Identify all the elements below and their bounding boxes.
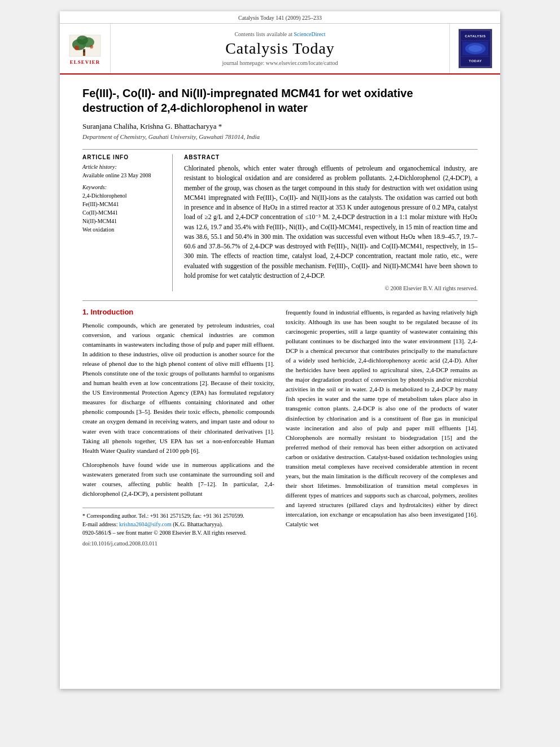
badge-graphic: CATALYSIS TODAY xyxy=(459,29,492,68)
elsevier-tree-icon xyxy=(67,32,103,59)
intro-paragraph-2: Chlorophenols have found wide use in num… xyxy=(82,460,274,499)
journal-citation: Catalysis Today 141 (2009) 225–233 xyxy=(238,15,322,21)
catalysis-today-badge: CATALYSIS TODAY xyxy=(458,29,492,68)
academic-paper-page: Catalysis Today 141 (2009) 225–233 ELSEV… xyxy=(60,11,500,689)
info-abstract-section: ARTICLE INFO Article history: Available … xyxy=(82,154,478,291)
sciencedirect-info: Contents lists available at ScienceDirec… xyxy=(234,31,325,37)
copyright-line: © 2008 Elsevier B.V. All rights reserved… xyxy=(184,285,478,291)
right-paragraph-1: frequently found in industrial effluents… xyxy=(286,308,478,529)
history-label: Article history: xyxy=(82,164,165,170)
keywords-list: 2,4-Dichlorophenol Fe(III)-MCM41 Co(II)-… xyxy=(82,191,165,234)
sciencedirect-link[interactable]: ScienceDirect xyxy=(294,31,325,37)
journal-title: Catalysis Today xyxy=(225,40,335,58)
abstract-text: Chlorinated phenols, which enter water t… xyxy=(184,164,478,281)
keyword-2: Fe(III)-MCM41 xyxy=(82,200,165,208)
available-online: Available online 23 May 2008 xyxy=(82,171,165,180)
right-body-column: frequently found in industrial effluents… xyxy=(286,308,478,548)
svg-point-6 xyxy=(90,45,93,49)
article-authors: Suranjana Chaliha, Krishna G. Bhattachar… xyxy=(82,122,478,131)
introduction-heading: 1. Introduction xyxy=(82,308,274,316)
corresponding-author-note: * Corresponding author. Tel.: +91 361 25… xyxy=(82,512,274,520)
keyword-1: 2,4-Dichlorophenol xyxy=(82,191,165,200)
keyword-5: Wet oxidation xyxy=(82,225,165,234)
body-columns: 1. Introduction Phenolic compounds, whic… xyxy=(82,308,478,548)
article-affiliation: Department of Chemistry, Gauhati Univers… xyxy=(82,133,478,140)
svg-point-4 xyxy=(77,36,88,45)
abstract-label: ABSTRACT xyxy=(184,154,478,160)
issn-line: 0920-5861/$ – see front matter © 2008 El… xyxy=(82,528,274,537)
svg-point-7 xyxy=(83,50,85,53)
divider-before-intro xyxy=(82,300,478,301)
journal-badge-area: CATALYSIS TODAY xyxy=(449,24,500,73)
intro-paragraph-1: Phenolic compounds, which are generated … xyxy=(82,321,274,456)
article-info-column: ARTICLE INFO Article history: Available … xyxy=(82,154,173,291)
doi-line: doi:10.1016/j.cattod.2008.03.011 xyxy=(82,539,274,548)
svg-point-15 xyxy=(469,45,482,52)
elsevier-wordmark: ELSEVIER xyxy=(70,59,100,65)
svg-text:CATALYSIS: CATALYSIS xyxy=(465,34,485,38)
keywords-label: Keywords: xyxy=(82,184,165,190)
article-history-section: Article history: Available online 23 May… xyxy=(82,164,165,180)
page-header: Catalysis Today 141 (2009) 225–233 xyxy=(60,11,500,24)
keyword-3: Co(II)-MCM41 xyxy=(82,208,165,217)
footnote-area: * Corresponding author. Tel.: +91 361 25… xyxy=(82,508,274,548)
abstract-column: ABSTRACT Chlorinated phenols, which ente… xyxy=(184,154,478,291)
journal-homepage: journal homepage: www.elsevier.com/locat… xyxy=(222,60,338,66)
keyword-4: Ni(II)-MCM41 xyxy=(82,217,165,225)
email-line: E-mail address: krishna2604@sify.com (K.… xyxy=(82,520,274,528)
journal-title-area: Contents lists available at ScienceDirec… xyxy=(111,24,449,73)
article-body: Fe(III)-, Co(II)- and Ni(II)-impregnated… xyxy=(60,75,500,559)
email-address[interactable]: krishna2604@sify.com xyxy=(119,521,172,527)
svg-point-5 xyxy=(75,46,79,50)
left-body-column: 1. Introduction Phenolic compounds, whic… xyxy=(82,308,274,548)
svg-text:TODAY: TODAY xyxy=(469,59,482,63)
keywords-section: Keywords: 2,4-Dichlorophenol Fe(III)-MCM… xyxy=(82,184,165,234)
divider-after-affiliation xyxy=(82,149,478,150)
homepage-url: www.elsevier.com/locate/cattod xyxy=(266,60,338,66)
article-info-label: ARTICLE INFO xyxy=(82,154,165,160)
elsevier-logo-area: ELSEVIER xyxy=(60,24,111,73)
journal-header: ELSEVIER Contents lists available at Sci… xyxy=(60,24,500,75)
article-title: Fe(III)-, Co(II)- and Ni(II)-impregnated… xyxy=(82,86,478,115)
